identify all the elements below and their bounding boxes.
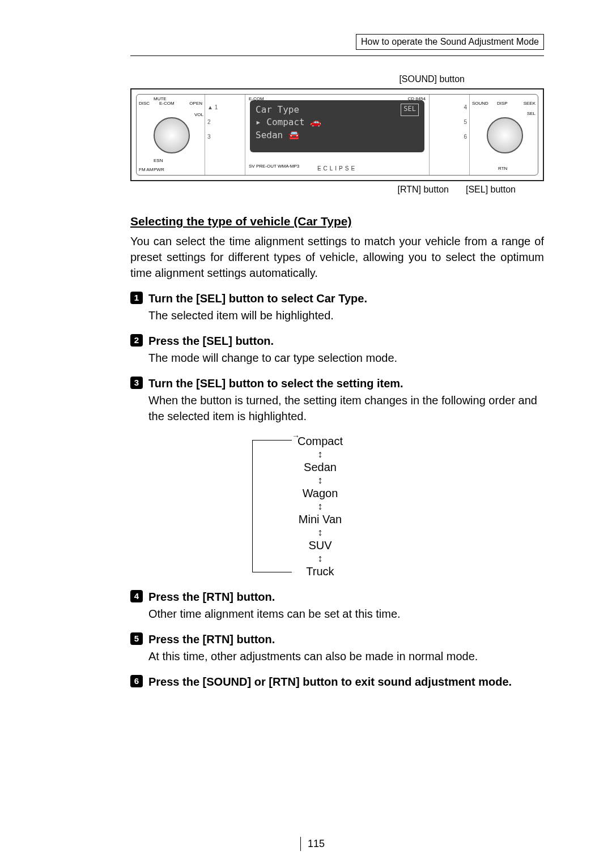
step-5-body: At this time, other adjustments can also… [148, 648, 544, 664]
double-arrow-icon: ↕ [286, 501, 354, 511]
double-arrow-icon: ↕ [286, 553, 354, 563]
preset-4: 4 [430, 100, 469, 115]
step-2: 2 Press the [SEL] button. The mode will … [130, 331, 544, 366]
step-2-title: Press the [SEL] button. [148, 333, 274, 349]
seek-label: SEEK [524, 100, 536, 106]
sel-label: SEL [527, 110, 536, 117]
screen-line1: Car Type [256, 104, 299, 116]
cycle-item: Mini Van [286, 511, 354, 527]
step-3-body: When the button is turned, the setting i… [148, 392, 544, 424]
pwr-label: PWR [154, 166, 164, 173]
vol-label: VOL [194, 112, 203, 118]
step-3-title: Turn the [SEL] button to select the sett… [148, 375, 403, 391]
step-4-title: Press the [RTN] button. [148, 589, 275, 605]
step-5-title: Press the [RTN] button. [148, 631, 275, 647]
step-num-icon: 3 [130, 377, 143, 389]
step-1-body: The selected item will be highlighted. [148, 307, 544, 323]
fmam-label: FM AM [139, 166, 153, 173]
cycle-item: Wagon [286, 485, 354, 501]
step-num-icon: 1 [130, 292, 143, 304]
step-4: 4 Press the [RTN] button. Other time ali… [130, 587, 544, 622]
right-control-zone: SOUND DISP SEEK SEL RTN [469, 95, 538, 175]
brand-bar: ECLIPSE [245, 165, 429, 173]
step-3: 3 Turn the [SEL] button to select the se… [130, 374, 544, 424]
rtn-label: RTN [498, 165, 507, 172]
left-control-zone: MUTE DISC E-COM OPEN VOL ESN FM AM PWR [137, 95, 205, 175]
preset-3: 3 [205, 130, 245, 144]
ecom-label: E-COM [159, 100, 175, 106]
cycle-diagram: → Compact ↕ Sedan ↕ Wagon ↕ Mini Van ↕ S… [241, 433, 434, 579]
disp-label: DISP [497, 100, 508, 106]
preset-5: 5 [430, 115, 469, 130]
step-2-body: The mode will change to car type selecti… [148, 350, 544, 366]
screen-line3: Sedan 🚘 [256, 129, 419, 142]
breadcrumb: How to operate the Sound Adjustment Mode [356, 34, 544, 50]
page-number: 115 [300, 837, 325, 851]
double-arrow-icon: ↕ [286, 527, 354, 537]
cycle-connector [252, 440, 253, 572]
step-5: 5 Press the [RTN] button. At this time, … [130, 630, 544, 664]
step-1-title: Turn the [SEL] button to select Car Type… [148, 290, 367, 306]
preset-right: 4 5 6 [429, 95, 469, 175]
esn-label: ESN [154, 157, 163, 164]
sound-callout: [SOUND] button [130, 73, 544, 85]
step-num-icon: 2 [130, 334, 143, 347]
sel-callout: [SEL] button [466, 183, 516, 196]
cycle-item: Sedan [286, 459, 354, 475]
double-arrow-icon: ↕ [286, 475, 354, 485]
preset-1: ▲ 1 [205, 100, 245, 115]
sound-label: SOUND [472, 100, 488, 106]
step-6-title: Press the [SOUND] or [RTN] button to exi… [148, 674, 512, 690]
cycle-item: Truck [286, 563, 354, 579]
cycle-item: SUV [286, 537, 354, 553]
preset-6: 6 [430, 130, 469, 144]
section-intro: You can select the time alignment settin… [130, 233, 544, 281]
device-screen: Car Type SEL ▸ Compact 🚗 Sedan 🚘 [250, 100, 424, 152]
double-arrow-icon: ↕ [286, 449, 354, 459]
step-num-icon: 5 [130, 632, 143, 645]
open-label: OPEN [189, 100, 202, 106]
section-title: Selecting the type of vehicle (Car Type) [130, 213, 544, 229]
volume-knob-icon [154, 117, 190, 153]
preset-left: ▲ 1 2 3 [205, 95, 245, 175]
screen-line2: ▸ Compact 🚗 [256, 116, 419, 129]
rtn-callout: [RTN] button [398, 183, 449, 196]
disc-label: DISC [139, 100, 150, 106]
preset-2: 2 [205, 115, 245, 130]
arrow-right-icon: → [292, 431, 300, 442]
header-divider [130, 55, 544, 56]
device-illustration: MUTE DISC E-COM OPEN VOL ESN FM AM PWR ▲… [130, 88, 544, 181]
step-6: 6 Press the [SOUND] or [RTN] button to e… [130, 672, 544, 690]
step-num-icon: 4 [130, 590, 143, 602]
step-4-body: Other time alignment items can be set at… [148, 606, 544, 622]
step-1: 1 Turn the [SEL] button to select Car Ty… [130, 289, 544, 323]
step-num-icon: 6 [130, 675, 143, 687]
screen-sel-indicator: SEL [401, 104, 419, 116]
sel-knob-icon [487, 117, 523, 153]
